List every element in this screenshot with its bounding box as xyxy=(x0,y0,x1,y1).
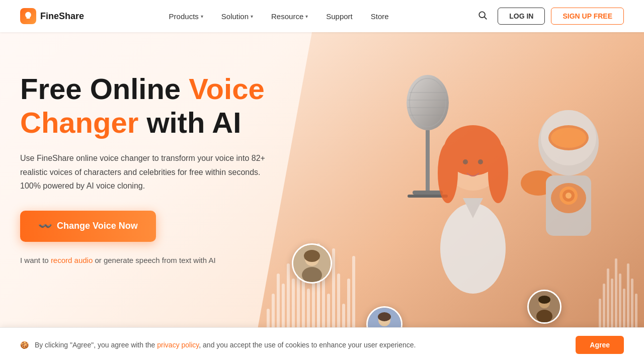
nav-store[interactable]: Store xyxy=(364,8,396,25)
logo-svg xyxy=(23,11,33,21)
svg-point-65 xyxy=(378,312,391,321)
waveform-icon: 〰️ xyxy=(38,220,52,233)
svg-rect-34 xyxy=(287,263,290,334)
chevron-down-icon: ▾ xyxy=(251,14,253,19)
cookie-icon: 🍪 xyxy=(20,341,29,349)
avatar-female xyxy=(292,243,332,284)
svg-point-68 xyxy=(536,310,552,322)
privacy-policy-link[interactable]: privacy policy xyxy=(157,341,199,349)
nav-solution[interactable]: Solution ▾ xyxy=(214,8,260,25)
chevron-down-icon: ▾ xyxy=(305,14,308,19)
svg-point-61 xyxy=(304,250,320,262)
hero-subtext: I want to record audio or generate speec… xyxy=(20,256,322,264)
logo-text: FineShare xyxy=(40,11,84,22)
svg-point-3 xyxy=(407,75,449,130)
nav-links: Products ▾ Solution ▾ Resource ▾ Support… xyxy=(162,8,396,25)
search-icon xyxy=(477,10,488,20)
avatar-female-img xyxy=(293,245,331,282)
avatar-celebrity-img xyxy=(529,291,560,322)
record-audio-link[interactable]: record audio xyxy=(51,256,93,264)
cookie-bar: 🍪 By clicking "Agree", you agree with th… xyxy=(0,327,644,362)
svg-point-18 xyxy=(463,159,468,164)
logo-icon xyxy=(20,8,36,24)
svg-rect-47 xyxy=(352,256,355,334)
svg-rect-35 xyxy=(292,279,295,334)
change-voice-button[interactable]: 〰️ Change Voice Now xyxy=(20,211,156,242)
nav-actions: LOG IN SIGN UP FREE xyxy=(473,6,624,26)
svg-point-23 xyxy=(551,128,586,148)
svg-rect-51 xyxy=(611,279,613,334)
svg-rect-9 xyxy=(426,130,430,191)
hero-title: Free Online Voice Changer with AI xyxy=(20,72,322,139)
svg-rect-46 xyxy=(347,279,350,334)
svg-rect-52 xyxy=(615,258,617,334)
nav-support[interactable]: Support xyxy=(319,8,360,25)
navbar: FineShare Products ▾ Solution ▾ Resource… xyxy=(0,0,644,32)
svg-rect-50 xyxy=(607,268,609,334)
svg-point-0 xyxy=(479,12,486,18)
svg-point-15 xyxy=(438,143,458,203)
hero-content: Free Online Voice Changer with AI Use Fi… xyxy=(20,72,322,264)
svg-line-1 xyxy=(485,17,487,20)
hero-description: Use FineShare online voice changer to tr… xyxy=(20,151,272,193)
svg-rect-49 xyxy=(603,284,605,334)
cookie-text: 🍪 By clicking "Agree", you agree with th… xyxy=(20,341,416,349)
nav-resource[interactable]: Resource ▾ xyxy=(264,8,315,25)
hero-section: Free Online Voice Changer with AI Use Fi… xyxy=(0,32,644,362)
svg-rect-56 xyxy=(631,279,633,334)
svg-rect-33 xyxy=(282,284,285,334)
svg-rect-44 xyxy=(337,274,340,334)
svg-rect-55 xyxy=(627,263,629,334)
avatar-celebrity xyxy=(527,290,561,324)
svg-point-29 xyxy=(566,193,572,199)
svg-rect-10 xyxy=(413,191,443,195)
signup-button[interactable]: SIGN UP FREE xyxy=(551,8,624,25)
logo[interactable]: FineShare xyxy=(20,8,84,24)
nav-products[interactable]: Products ▾ xyxy=(162,8,210,25)
svg-rect-43 xyxy=(332,248,335,334)
search-button[interactable] xyxy=(473,6,492,26)
svg-rect-32 xyxy=(277,274,280,334)
svg-rect-53 xyxy=(619,274,621,334)
agree-button[interactable]: Agree xyxy=(576,336,624,354)
svg-point-19 xyxy=(478,159,483,164)
chevron-down-icon: ▾ xyxy=(201,14,203,19)
svg-point-69 xyxy=(538,296,550,304)
login-button[interactable]: LOG IN xyxy=(498,8,545,25)
svg-point-16 xyxy=(488,143,508,203)
